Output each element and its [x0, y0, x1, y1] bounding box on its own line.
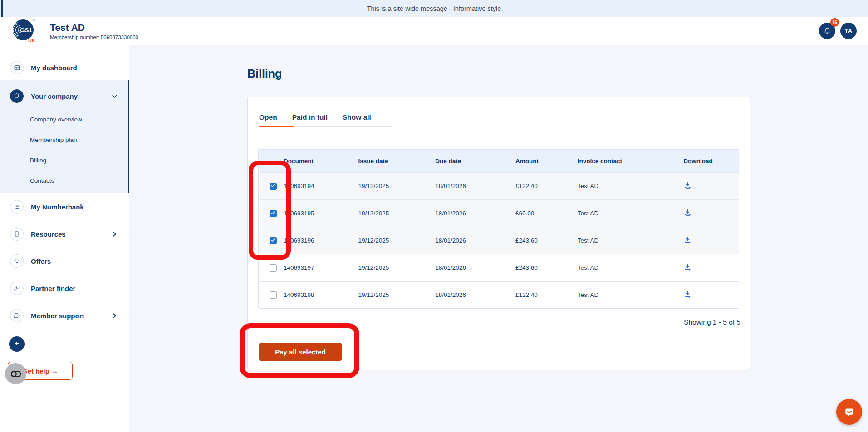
- column-header-issue-date: Issue date: [358, 158, 436, 165]
- shield-icon: [10, 89, 24, 103]
- tag-icon: [10, 254, 24, 268]
- issue-date: 19/12/2025: [358, 183, 436, 189]
- document-number: 140693196: [277, 237, 358, 244]
- download-invoice-button[interactable]: [683, 236, 692, 246]
- dashboard-icon: [10, 61, 24, 74]
- registered-mark: ®: [33, 18, 35, 22]
- tab-underline-track: [259, 126, 392, 127]
- download-icon: [683, 263, 692, 273]
- collapse-sidebar-button[interactable]: [9, 336, 25, 352]
- active-tab-underline: [259, 126, 294, 127]
- site-wide-banner: This is a site wide message - Informativ…: [0, 0, 868, 17]
- row-checkbox[interactable]: [270, 183, 277, 190]
- row-checkbox[interactable]: [270, 210, 277, 217]
- download-invoice-button[interactable]: [683, 181, 692, 191]
- sidebar-item-member-support[interactable]: Member support: [0, 302, 129, 329]
- billing-tabs: OpenPaid in fullShow all: [259, 113, 386, 121]
- invoice-contact: Test AD: [578, 264, 676, 271]
- gs1-logo[interactable]: GS1 ® UK: [13, 19, 40, 43]
- sidebar-item-label: Resources: [31, 230, 66, 238]
- table-header-row: DocumentIssue dateDue dateAmountInvoice …: [259, 150, 739, 172]
- logo-region-label: UK: [28, 38, 35, 43]
- sidebar-item-label: Your company: [31, 92, 78, 100]
- due-date: 18/01/2026: [435, 183, 515, 189]
- download-icon: [683, 236, 692, 246]
- invoice-table: DocumentIssue dateDue dateAmountInvoice …: [258, 149, 739, 309]
- sidebar-subitem-billing[interactable]: Billing: [0, 150, 129, 170]
- download-invoice-button[interactable]: [683, 290, 692, 300]
- page-title: Billing: [247, 67, 282, 80]
- sidebar-subitem-contacts[interactable]: Contacts: [0, 170, 129, 191]
- chat-bubble-icon: [843, 405, 856, 419]
- chevron-down-icon: [111, 93, 118, 100]
- invoice-contact: Test AD: [578, 237, 676, 244]
- download-invoice-button[interactable]: [683, 209, 692, 218]
- row-checkbox[interactable]: [270, 291, 277, 299]
- table-row: 14069319419/12/202518/01/2026£122.40Test…: [259, 172, 739, 199]
- banner-accent-bar: [1, 0, 3, 19]
- column-header-invoice-contact: Invoice contact: [578, 158, 676, 165]
- pay-all-selected-button[interactable]: Pay all selected: [259, 343, 342, 361]
- sidebar-item-label: Member support: [31, 312, 84, 320]
- download-icon: [683, 290, 692, 300]
- download-icon: [683, 181, 692, 191]
- issue-date: 19/12/2025: [358, 264, 436, 271]
- invoice-contact: Test AD: [578, 210, 676, 217]
- download-cell: [675, 290, 739, 300]
- tab-show-all[interactable]: Show all: [343, 113, 371, 121]
- membership-number: Membership number: 5060373330000: [50, 34, 138, 40]
- invoice-contact: Test AD: [578, 291, 676, 298]
- sidebar-item-my-dashboard[interactable]: My dashboard: [0, 55, 129, 80]
- sidebar-item-resources[interactable]: Resources: [0, 220, 129, 248]
- check-icon: [270, 237, 275, 244]
- accessibility-widget-button[interactable]: [5, 363, 26, 384]
- sidebar-subitem-membership-plan[interactable]: Membership plan: [0, 130, 129, 150]
- sidebar-group-your-company: Your companyCompany overviewMembership p…: [0, 80, 129, 193]
- arrow-left-icon: [13, 340, 21, 349]
- checkbox-cell: [259, 291, 277, 299]
- checkbox-cell: [259, 210, 277, 217]
- sidebar-item-my-numberbank[interactable]: My Numberbank: [0, 193, 129, 220]
- sidebar-subitem-company-overview[interactable]: Company overview: [0, 109, 129, 130]
- issue-date: 19/12/2025: [358, 291, 436, 298]
- bell-icon: [823, 27, 831, 35]
- download-invoice-button[interactable]: [683, 263, 692, 273]
- column-header-due-date: Due date: [435, 158, 515, 165]
- download-cell: [675, 181, 739, 191]
- document-number: 140693198: [277, 291, 358, 298]
- issue-date: 19/12/2025: [358, 237, 436, 244]
- chevron-right-icon: [111, 312, 118, 319]
- tab-paid-in-full[interactable]: Paid in full: [292, 113, 328, 121]
- sidebar-item-label: My dashboard: [31, 64, 77, 72]
- billing-card: OpenPaid in fullShow all DocumentIssue d…: [247, 97, 750, 370]
- column-header-document: Document: [277, 158, 358, 165]
- live-chat-button[interactable]: [836, 399, 862, 425]
- user-avatar[interactable]: TA: [840, 23, 857, 39]
- list-icon: [10, 200, 24, 214]
- checkbox-cell: [259, 237, 277, 244]
- tab-open[interactable]: Open: [259, 113, 277, 121]
- amount: £243.60: [515, 264, 578, 271]
- sidebar-item-label: Partner finder: [31, 285, 75, 292]
- document-number: 140693194: [277, 183, 358, 189]
- sidebar-item-label: Offers: [31, 257, 51, 265]
- sidebar-item-your-company[interactable]: Your company: [0, 83, 129, 109]
- sidebar-item-partner-finder[interactable]: Partner finder: [0, 275, 129, 302]
- table-row: 14069319519/12/202518/01/2026£60.00Test …: [259, 199, 739, 227]
- column-header-download: Download: [675, 158, 739, 165]
- svg-text:GS1: GS1: [20, 27, 33, 34]
- due-date: 18/01/2026: [435, 210, 515, 217]
- sidebar-item-offers[interactable]: Offers: [0, 248, 129, 275]
- download-cell: [675, 209, 739, 218]
- amount: £122.40: [515, 291, 578, 298]
- row-checkbox[interactable]: [270, 237, 277, 244]
- document-number: 140693197: [277, 264, 358, 271]
- download-cell: [675, 236, 739, 246]
- row-checkbox[interactable]: [270, 264, 277, 272]
- amount: £122.40: [515, 183, 578, 189]
- invoice-contact: Test AD: [578, 183, 676, 189]
- amount: £243.60: [515, 237, 578, 244]
- amount: £60.00: [515, 210, 578, 217]
- checkbox-cell: [259, 183, 277, 190]
- link-icon: [10, 282, 24, 295]
